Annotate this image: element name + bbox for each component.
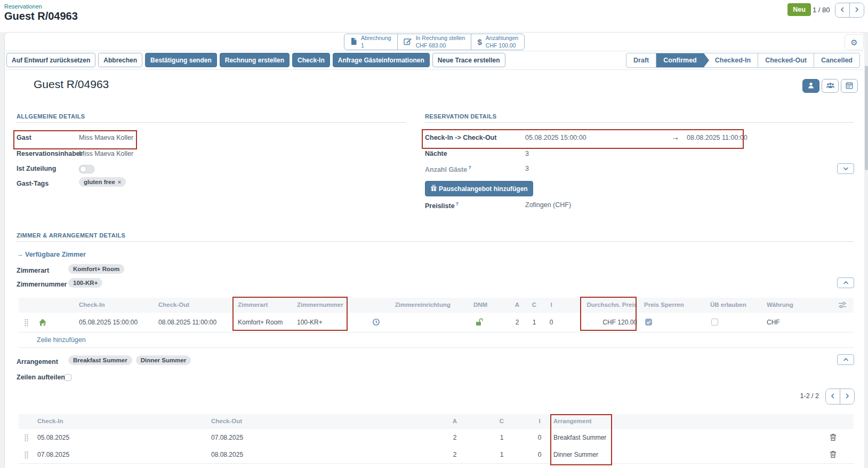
cell-infants[interactable]: 0 xyxy=(546,319,557,326)
price-lock-checkbox[interactable] xyxy=(645,319,652,326)
cell-children[interactable]: 1 xyxy=(529,319,540,326)
col-price-lock[interactable]: Preis Sperren xyxy=(644,302,684,308)
check-in-button[interactable]: Check-In xyxy=(292,53,330,67)
col-children[interactable]: C xyxy=(529,302,540,308)
col-room-type[interactable]: Zimmerart xyxy=(238,302,268,308)
stat-abrechnung-button[interactable]: Abrechnung1 xyxy=(344,34,397,50)
stat-deposits-button[interactable]: $ AnzahlungenCHF 100.00 xyxy=(471,34,524,50)
prev-record-button[interactable] xyxy=(835,3,849,17)
status-cancelled[interactable]: Cancelled xyxy=(814,53,859,67)
cell-adults[interactable]: 2 xyxy=(512,319,523,326)
calendar-view-button[interactable] xyxy=(841,79,858,93)
cell-infants[interactable]: 0 xyxy=(534,434,545,441)
add-line-link[interactable]: Zeile hinzufügen xyxy=(37,336,86,344)
room-type-tag[interactable]: Komfort+ Room xyxy=(68,264,124,274)
stat-invoice-button[interactable]: In Rechnung stellenCHF 683.00 xyxy=(397,34,471,50)
cell-room-number[interactable]: 100-KR+ xyxy=(297,319,323,326)
col-check-out[interactable]: Check-Out xyxy=(211,418,242,424)
drag-handle-icon[interactable] xyxy=(24,434,29,443)
cancel-button[interactable]: Abbrechen xyxy=(98,53,142,67)
breadcrumb[interactable]: Reservationen xyxy=(4,3,42,10)
status-checked-out[interactable]: Checked-Out xyxy=(758,53,814,67)
cell-check-out[interactable]: 08.08.2025 xyxy=(211,451,243,458)
trash-icon[interactable] xyxy=(830,450,837,460)
guest-value[interactable]: Miss Maeva Koller xyxy=(79,134,133,141)
cell-arrangement[interactable]: Dinner Summer xyxy=(553,451,598,458)
collapse-arrangement-button[interactable] xyxy=(837,354,854,365)
tag-close-icon[interactable]: × xyxy=(118,179,121,185)
add-package-button[interactable]: Pauschalangebot hinzufügen xyxy=(425,181,533,196)
guest-view-button[interactable] xyxy=(802,79,819,93)
cell-children[interactable]: 1 xyxy=(496,451,507,458)
new-button[interactable]: Neu xyxy=(787,3,811,16)
guest-tag[interactable]: gluten free × xyxy=(79,177,126,187)
unlock-icon[interactable] xyxy=(475,318,483,328)
drag-handle-icon[interactable] xyxy=(24,451,29,461)
drag-handle-icon[interactable] xyxy=(24,319,29,328)
arrangement-row[interactable]: 07.08.2025 08.08.2025 2 1 0 Dinner Summe… xyxy=(19,446,854,464)
house-icon[interactable] xyxy=(38,318,47,328)
send-confirmation-button[interactable]: Bestätigung senden xyxy=(145,53,217,67)
cell-adults[interactable]: 2 xyxy=(449,451,460,458)
is-allocation-toggle[interactable] xyxy=(79,165,94,173)
arrangement-row[interactable]: 05.08.2025 07.08.2025 2 1 0 Breakfast Su… xyxy=(19,429,854,447)
adjust-columns-icon[interactable] xyxy=(838,302,847,310)
checkout-value[interactable]: 08.08.2025 11:00:00 xyxy=(687,134,748,141)
col-arrangement[interactable]: Arrangement xyxy=(553,418,592,424)
status-confirmed[interactable]: Confirmed xyxy=(656,53,704,67)
request-guest-info-button[interactable]: Anfrage Gästeinformationen xyxy=(333,53,430,67)
cell-check-in[interactable]: 07.08.2025 xyxy=(37,451,69,458)
col-room-equipment[interactable]: Zimmereinrichtung xyxy=(352,302,451,308)
cell-check-out[interactable]: 08.08.2025 11:00:00 xyxy=(158,319,216,326)
cell-check-out[interactable]: 07.08.2025 xyxy=(211,434,243,441)
room-table-row[interactable]: 05.08.2025 15:00:00 08.08.2025 11:00:00 … xyxy=(19,313,854,332)
col-check-out[interactable]: Check-Out xyxy=(158,302,189,308)
col-avg-price[interactable]: Durchschn. Preis xyxy=(584,302,637,308)
scrollbar-thumb[interactable] xyxy=(865,66,868,170)
scrollbar-track[interactable] xyxy=(864,32,868,468)
cell-infants[interactable]: 0 xyxy=(534,451,545,458)
expand-guests-button[interactable] xyxy=(837,163,854,174)
pricelist-value[interactable]: Zofingen (CHF) xyxy=(525,201,571,209)
cell-arrangement[interactable]: Breakfast Summer xyxy=(553,434,606,441)
col-infants[interactable]: I xyxy=(534,418,545,424)
col-dnm[interactable]: DNM xyxy=(473,302,487,308)
split-lines-checkbox[interactable] xyxy=(65,374,71,381)
reset-to-draft-button[interactable]: Auf Entwurf zurücksetzen xyxy=(6,53,95,67)
room-equipment-icon[interactable] xyxy=(372,318,380,328)
prev-page-button[interactable] xyxy=(826,389,840,404)
cell-children[interactable]: 1 xyxy=(496,434,507,441)
collapse-room-table-button[interactable] xyxy=(837,277,854,288)
col-children[interactable]: C xyxy=(496,418,507,424)
next-page-button[interactable] xyxy=(840,389,854,404)
status-draft[interactable]: Draft xyxy=(626,53,656,67)
overbooking-checkbox[interactable] xyxy=(711,319,718,326)
create-invoice-button[interactable]: Rechnung erstellen xyxy=(220,53,290,67)
trash-icon[interactable] xyxy=(830,433,837,443)
cell-avg-price[interactable]: CHF 120.00 xyxy=(584,319,637,326)
col-overbooking[interactable]: ÜB erlauben xyxy=(710,302,746,308)
col-room-number[interactable]: Zimmernummer xyxy=(297,302,343,308)
col-check-in[interactable]: Check-In xyxy=(37,418,63,424)
cell-room-type[interactable]: Komfort+ Room xyxy=(238,319,283,326)
new-trace-button[interactable]: Neue Trace erstellen xyxy=(432,53,505,67)
col-adults[interactable]: A xyxy=(512,302,523,308)
arrangement-tag[interactable]: Dinner Summer xyxy=(136,355,191,365)
available-rooms-link[interactable]: → Verfügbare Zimmer xyxy=(17,251,86,258)
cell-adults[interactable]: 2 xyxy=(449,434,460,441)
cell-check-in[interactable]: 05.08.2025 xyxy=(37,434,69,441)
col-infants[interactable]: I xyxy=(546,302,557,308)
col-adults[interactable]: A xyxy=(449,418,460,424)
col-check-in[interactable]: Check-In xyxy=(79,302,105,308)
settings-button[interactable]: ⚙ xyxy=(845,34,864,50)
reservation-holder-value[interactable]: Miss Maeva Koller xyxy=(79,150,133,157)
checkin-value[interactable]: 05.08.2025 15:00:00 xyxy=(525,134,586,141)
col-currency[interactable]: Währung xyxy=(767,302,793,308)
group-view-button[interactable] xyxy=(822,79,839,93)
cell-currency[interactable]: CHF xyxy=(767,319,780,326)
next-record-button[interactable] xyxy=(849,3,864,17)
status-checked-in[interactable]: Checked-In xyxy=(704,53,758,67)
cell-check-in[interactable]: 05.08.2025 15:00:00 xyxy=(79,319,138,326)
room-number-tag[interactable]: 100-KR+ xyxy=(68,278,102,288)
arrangement-tag[interactable]: Breakfast Summer xyxy=(68,355,132,365)
